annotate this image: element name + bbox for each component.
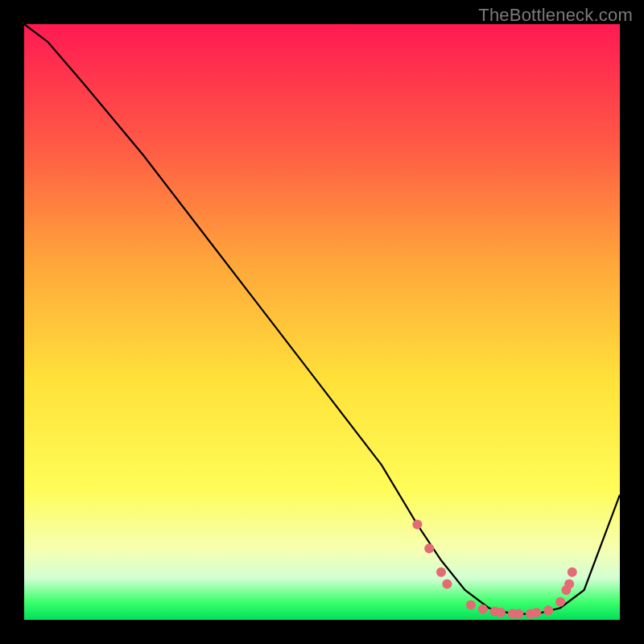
highlight-point <box>564 580 574 589</box>
highlight-point <box>436 568 446 577</box>
plot-area <box>24 24 620 620</box>
bottleneck-curve-path <box>24 24 620 614</box>
highlight-point <box>496 608 506 617</box>
marker-group <box>412 520 576 619</box>
highlight-point <box>531 608 541 617</box>
highlight-point <box>424 543 434 553</box>
highlight-point <box>555 597 565 607</box>
highlight-point <box>412 520 422 530</box>
chart-svg <box>24 24 620 620</box>
highlight-point <box>568 568 577 577</box>
highlight-point <box>442 580 452 589</box>
highlight-point <box>466 601 476 610</box>
highlight-point <box>543 605 553 615</box>
watermark-text: TheBottleneck.com <box>478 5 633 26</box>
highlight-point <box>478 605 488 614</box>
highlight-point <box>514 609 523 619</box>
chart-frame: TheBottleneck.com <box>0 0 644 644</box>
